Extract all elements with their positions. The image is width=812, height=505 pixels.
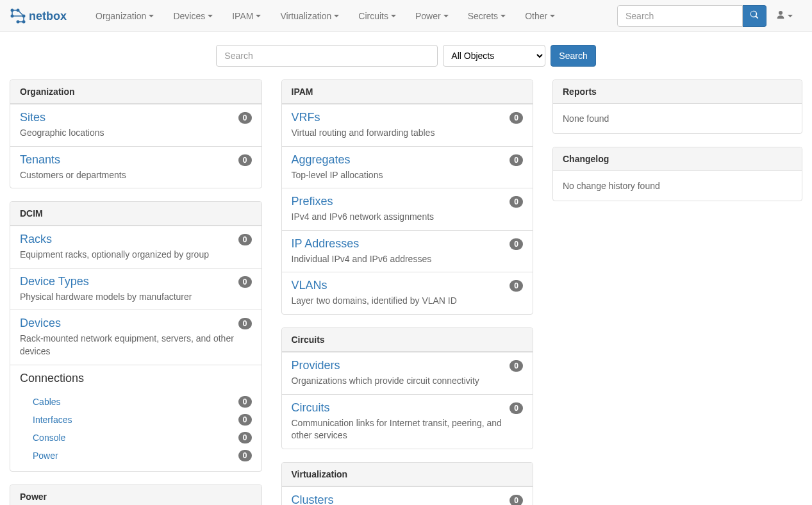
list-item-tenants: 0 Tenants Customers or departments (10, 146, 261, 188)
panel-ipam: IPAM 0 VRFs Virtual routing and forwardi… (281, 79, 534, 315)
count-badge: 0 (238, 396, 252, 408)
count-badge: 0 (238, 276, 252, 288)
link-devices[interactable]: Devices (20, 317, 61, 329)
nav-search-form (617, 5, 766, 27)
link-vlans[interactable]: VLANs (292, 279, 327, 292)
sublist-item-cables: Cables 0 (33, 393, 252, 411)
reports-body: None found (553, 104, 802, 133)
nav-item-organization[interactable]: Organization (86, 1, 163, 31)
changelog-body: No change history found (553, 171, 802, 201)
link-power-connections[interactable]: Power (33, 451, 58, 461)
item-desc: Virtual routing and forwarding tables (292, 127, 524, 140)
count-badge: 0 (238, 318, 252, 329)
brand-logo[interactable]: netbox (10, 8, 76, 24)
item-desc: Layer two domains, identified by VLAN ID (292, 295, 524, 308)
link-aggregates[interactable]: Aggregates (292, 153, 351, 166)
chevron-down-icon (334, 15, 339, 17)
link-racks[interactable]: Racks (20, 233, 52, 245)
chevron-down-icon (788, 15, 793, 17)
item-desc: Organizations which provide circuit conn… (292, 375, 524, 388)
chevron-down-icon (550, 15, 555, 17)
connections-heading: Connections (20, 372, 252, 385)
list-item-prefixes: 0 Prefixes IPv4 and IPv6 network assignm… (282, 188, 533, 230)
link-interfaces[interactable]: Interfaces (33, 415, 72, 425)
chevron-down-icon (391, 15, 396, 17)
nav-search-input[interactable] (617, 5, 743, 27)
nav-item-ipam[interactable]: IPAM (222, 1, 270, 31)
panel-circuits: Circuits 0 Providers Organizations which… (281, 327, 534, 449)
item-desc: Geographic locations (20, 127, 252, 140)
list-item-providers: 0 Providers Organizations which provide … (282, 352, 533, 394)
link-device-types[interactable]: Device Types (20, 275, 89, 288)
panel-changelog: Changelog No change history found (552, 147, 802, 201)
nav-item-other[interactable]: Other (515, 1, 565, 31)
panel-heading: Reports (553, 80, 802, 104)
item-desc: Top-level IP allocations (292, 169, 524, 182)
count-badge: 0 (510, 360, 523, 372)
link-providers[interactable]: Providers (292, 359, 340, 372)
link-vrfs[interactable]: VRFs (292, 111, 320, 124)
panel-organization: Organization 0 Sites Geographic location… (10, 79, 262, 188)
nav-menu: Organization Devices IPAM Virtualization… (86, 1, 565, 31)
link-cables[interactable]: Cables (33, 397, 61, 407)
count-badge: 0 (238, 450, 252, 461)
count-badge: 0 (238, 154, 252, 166)
chevron-down-icon (208, 15, 213, 17)
list-item-circuits: 0 Circuits Communication links for Inter… (282, 394, 533, 449)
panel-heading: Organization (10, 80, 261, 104)
svg-line-9 (18, 10, 24, 16)
user-icon (776, 10, 785, 21)
brand-text: netbox (29, 10, 67, 22)
panel-heading: Changelog (553, 147, 802, 171)
item-desc: Rack-mounted network equipment, servers,… (20, 333, 252, 358)
connections-sublist: Cables 0 Interfaces 0 Console 0 Power (20, 388, 252, 465)
list-item-ip-addresses: 0 IP Addresses Individual IPv4 and IPv6 … (282, 230, 533, 272)
link-prefixes[interactable]: Prefixes (292, 195, 333, 208)
sublist-item-power: Power 0 (33, 447, 252, 465)
nav-search-button[interactable] (743, 5, 766, 27)
panel-power: Power (10, 484, 262, 505)
count-badge: 0 (510, 280, 523, 292)
nav-item-secrets[interactable]: Secrets (458, 1, 515, 31)
count-badge: 0 (238, 414, 252, 426)
main-search-scope-select[interactable]: All Objects (443, 45, 545, 67)
user-menu[interactable] (766, 1, 802, 31)
link-tenants[interactable]: Tenants (20, 153, 60, 166)
nav-item-virtualization[interactable]: Virtualization (270, 1, 349, 31)
link-sites[interactable]: Sites (20, 111, 46, 124)
link-console[interactable]: Console (33, 433, 65, 443)
chevron-down-icon (256, 15, 261, 17)
list-item-connections: Connections Cables 0 Interfaces 0 Consol… (10, 365, 261, 471)
count-badge: 0 (510, 196, 523, 208)
chevron-down-icon (501, 15, 506, 17)
sublist-item-console: Console 0 (33, 429, 252, 447)
nav-item-devices[interactable]: Devices (163, 1, 222, 31)
link-circuits[interactable]: Circuits (292, 401, 330, 414)
link-clusters[interactable]: Clusters (292, 493, 334, 505)
panel-virtualization: Virtualization 0 Clusters (281, 462, 534, 505)
nav-item-circuits[interactable]: Circuits (349, 1, 406, 31)
link-ip-addresses[interactable]: IP Addresses (292, 237, 360, 250)
main-search-input[interactable] (216, 45, 438, 67)
main-search-button[interactable]: Search (551, 45, 595, 67)
item-desc: Customers or departments (20, 169, 252, 182)
panel-dcim: DCIM 0 Racks Equipment racks, optionally… (10, 201, 262, 471)
count-badge: 0 (510, 112, 523, 124)
panel-reports: Reports None found (552, 79, 802, 134)
sublist-item-interfaces: Interfaces 0 (33, 411, 252, 429)
count-badge: 0 (510, 495, 523, 505)
panel-heading: Circuits (282, 328, 533, 352)
panel-heading: DCIM (10, 202, 261, 226)
list-item-vlans: 0 VLANs Layer two domains, identified by… (282, 272, 533, 314)
nav-item-power[interactable]: Power (406, 1, 458, 31)
chevron-down-icon (443, 15, 449, 17)
list-item-vrfs: 0 VRFs Virtual routing and forwarding ta… (282, 104, 533, 146)
list-item-devices: 0 Devices Rack-mounted network equipment… (10, 310, 261, 364)
list-item-racks: 0 Racks Equipment racks, optionally orga… (10, 226, 261, 268)
search-icon (750, 10, 759, 21)
chevron-down-icon (149, 15, 154, 17)
main-search-row: All Objects Search (10, 32, 802, 79)
item-desc: Communication links for Internet transit… (292, 417, 524, 442)
item-desc: Individual IPv4 and IPv6 addresses (292, 253, 524, 266)
count-badge: 0 (238, 112, 252, 124)
